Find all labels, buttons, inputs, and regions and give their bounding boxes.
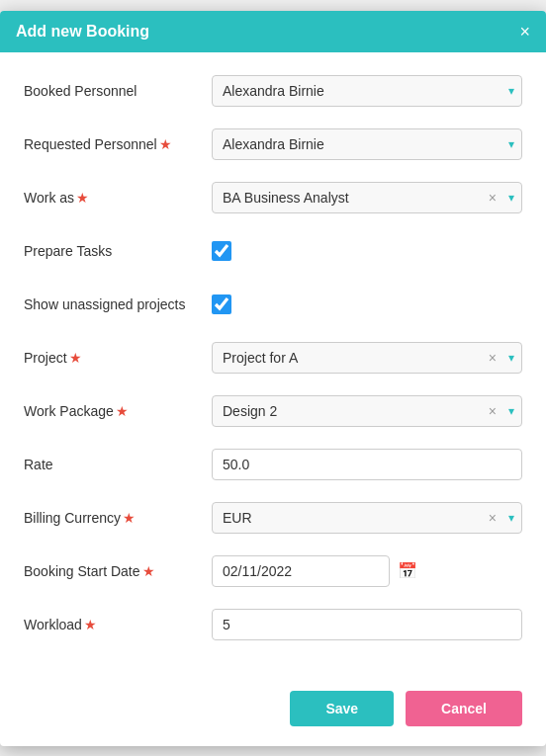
workload-input[interactable]: [212, 609, 522, 640]
workload-label: Workload★: [24, 617, 212, 632]
work-package-row: Work Package★ Design 2 × ▾: [24, 392, 522, 430]
billing-currency-label: Billing Currency★: [24, 510, 212, 526]
rate-label: Rate: [24, 457, 212, 472]
booking-start-date-label: Booking Start Date★: [24, 563, 212, 579]
rate-input[interactable]: [212, 449, 522, 480]
modal-header: Add new Booking ×: [0, 11, 546, 52]
required-mark: ★: [69, 350, 82, 366]
billing-currency-row: Billing Currency★ EUR × ▾: [24, 499, 522, 537]
project-select-wrapper: Project for A × ▾: [212, 342, 522, 374]
required-mark: ★: [116, 403, 129, 419]
work-package-clear-button[interactable]: ×: [489, 403, 497, 419]
project-label: Project★: [24, 350, 212, 366]
project-clear-button[interactable]: ×: [489, 350, 497, 366]
requested-personnel-select-wrapper: Alexandra Birnie ▾: [212, 128, 522, 160]
workload-control: [212, 609, 522, 640]
billing-currency-clear-button[interactable]: ×: [489, 510, 497, 526]
show-unassigned-row: Show unassigned projects: [24, 286, 522, 323]
show-unassigned-checkbox-wrapper: [212, 294, 522, 314]
close-button[interactable]: ×: [519, 23, 530, 41]
show-unassigned-checkbox[interactable]: [212, 294, 231, 314]
booked-personnel-select[interactable]: Alexandra Birnie: [212, 75, 522, 107]
requested-personnel-control: Alexandra Birnie ▾: [212, 128, 522, 160]
requested-personnel-label: Requested Personnel★: [24, 136, 212, 152]
cancel-button[interactable]: Cancel: [406, 691, 522, 726]
calendar-icon[interactable]: 📅: [398, 561, 417, 580]
prepare-tasks-checkbox[interactable]: [212, 241, 231, 261]
booked-personnel-row: Booked Personnel Alexandra Birnie ▾: [24, 72, 522, 110]
booking-start-date-input[interactable]: [212, 555, 390, 587]
booking-start-date-control: 📅: [212, 555, 522, 587]
project-control: Project for A × ▾: [212, 342, 522, 374]
work-package-select-wrapper: Design 2 × ▾: [212, 395, 522, 427]
add-booking-modal: Add new Booking × Booked Personnel Alexa…: [0, 11, 546, 746]
save-button[interactable]: Save: [290, 691, 394, 726]
work-as-clear-button[interactable]: ×: [489, 190, 497, 206]
booking-start-date-row: Booking Start Date★ 📅: [24, 552, 522, 590]
modal-footer: Save Cancel: [0, 679, 546, 746]
date-wrapper: 📅: [212, 555, 522, 587]
booked-personnel-select-wrapper: Alexandra Birnie ▾: [212, 75, 522, 107]
billing-currency-control: EUR × ▾: [212, 502, 522, 534]
booked-personnel-control: Alexandra Birnie ▾: [212, 75, 522, 107]
rate-control: [212, 449, 522, 480]
billing-currency-select-wrapper: EUR × ▾: [212, 502, 522, 534]
required-mark: ★: [142, 563, 155, 579]
prepare-tasks-row: Prepare Tasks: [24, 232, 522, 270]
work-package-control: Design 2 × ▾: [212, 395, 522, 427]
requested-personnel-select[interactable]: Alexandra Birnie: [212, 128, 522, 160]
required-mark: ★: [159, 136, 172, 152]
work-as-row: Work as★ BA Business Analyst × ▾: [24, 179, 522, 216]
modal-body: Booked Personnel Alexandra Birnie ▾ Requ…: [0, 52, 546, 679]
prepare-tasks-checkbox-wrapper: [212, 241, 522, 261]
project-select[interactable]: Project for A: [212, 342, 522, 374]
workload-row: Workload★: [24, 606, 522, 643]
work-as-select[interactable]: BA Business Analyst: [212, 182, 522, 213]
required-mark: ★: [123, 510, 136, 526]
required-mark: ★: [76, 190, 89, 206]
prepare-tasks-label: Prepare Tasks: [24, 243, 212, 259]
requested-personnel-row: Requested Personnel★ Alexandra Birnie ▾: [24, 126, 522, 163]
show-unassigned-label: Show unassigned projects: [24, 296, 212, 312]
booked-personnel-label: Booked Personnel: [24, 83, 212, 99]
rate-row: Rate: [24, 446, 522, 483]
work-as-control: BA Business Analyst × ▾: [212, 182, 522, 213]
billing-currency-select[interactable]: EUR: [212, 502, 522, 534]
work-as-label: Work as★: [24, 190, 212, 206]
project-row: Project★ Project for A × ▾: [24, 339, 522, 377]
show-unassigned-control: [212, 294, 522, 314]
required-mark: ★: [84, 617, 97, 632]
modal-title: Add new Booking: [16, 23, 149, 41]
prepare-tasks-control: [212, 241, 522, 261]
work-package-select[interactable]: Design 2: [212, 395, 522, 427]
work-package-label: Work Package★: [24, 403, 212, 419]
work-as-select-wrapper: BA Business Analyst × ▾: [212, 182, 522, 213]
